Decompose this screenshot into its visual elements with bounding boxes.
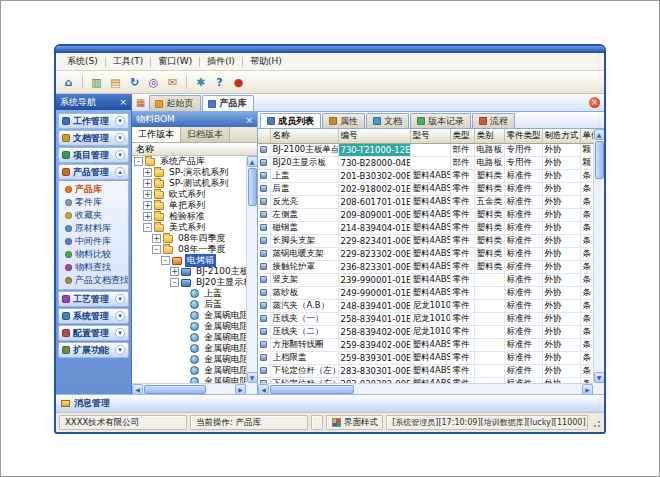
exit-icon[interactable]: ● [230, 74, 247, 91]
scroll-right-icon[interactable]: ▶ [235, 384, 246, 395]
home-icon[interactable]: ⌂ [60, 74, 77, 91]
scroll-right-icon[interactable]: ▶ [582, 384, 593, 395]
sidebar-group-work-mgmt[interactable]: 工作管理 ▾ [58, 113, 129, 129]
tree-node[interactable]: 金属碗电阻器 [132, 376, 246, 383]
sidebar-group-extensions[interactable]: 扩展功能 ▾ [58, 342, 129, 358]
tree-expander-icon[interactable]: - [134, 157, 143, 166]
tab-version-history[interactable]: 版本记录 [410, 113, 471, 128]
resize-grip[interactable] [591, 418, 601, 428]
tree-expander-icon[interactable]: + [143, 212, 152, 221]
menu-window[interactable]: 窗口(W) [151, 53, 199, 70]
table-row[interactable]: 下轮定位杆（左）283-830301-00E塑料4ABS零件标准件外协条 [258, 364, 593, 377]
chevron-down-icon[interactable]: ▾ [115, 150, 125, 160]
ui-style-picker[interactable]: 界面样式 [326, 415, 383, 430]
tab-start-page[interactable]: 起始页 [149, 95, 201, 111]
sidebar-group-project-mgmt[interactable]: 项目管理 ▾ [58, 147, 129, 163]
chevron-down-icon[interactable]: ▾ [115, 311, 125, 321]
scroll-left-icon[interactable]: ◀ [258, 384, 269, 395]
sidebar-item-intermediate-library[interactable]: 中间件库 [65, 235, 128, 248]
column-header[interactable]: 类型 [450, 129, 474, 143]
scrollbar-thumb[interactable] [248, 168, 257, 206]
table-row[interactable]: 方形翻转线圈259-839402-00E塑料4ABS零件标准件外协条 [258, 338, 593, 351]
column-header[interactable]: 型号 [410, 129, 450, 143]
sidebar-group-product-mgmt[interactable]: 产品管理 ▴ [58, 164, 129, 180]
column-header[interactable]: 编号 [338, 129, 410, 143]
sidebar-item-product-library[interactable]: 产品库 [65, 183, 128, 196]
column-header[interactable]: 类别 [474, 129, 504, 143]
menu-tools[interactable]: 工具(T) [106, 53, 151, 70]
table-row[interactable]: 蒸锅电暖支架229-823302-00E塑料4ABS零件塑料类标准件外协条 [258, 247, 593, 260]
settings-icon[interactable]: ✱ [192, 74, 209, 91]
tab-documents[interactable]: 文档 [366, 113, 409, 128]
chevron-down-icon[interactable]: ▾ [115, 328, 125, 338]
tab-menu-icon[interactable]: ▦ [134, 97, 148, 111]
tree-column-header[interactable]: 名称 [132, 143, 257, 156]
table-row[interactable]: 后盖202-918002-01E塑料4ABS零件塑料类标准件外协条 [258, 182, 593, 195]
table-row[interactable]: 蒸纱板249-990001-01E塑料4ABS零件标准件外协条 [258, 286, 593, 299]
menu-help[interactable]: 帮助(H) [243, 53, 289, 70]
table-row[interactable]: 压线夹（二）258-839402-00E尼龙1010零件标准件外协条 [258, 325, 593, 338]
tree-expander-icon[interactable]: + [143, 179, 152, 188]
menu-system[interactable]: 系统(S) [60, 53, 105, 70]
scrollbar-thumb[interactable] [595, 141, 604, 179]
tree-horizontal-scrollbar[interactable]: ◀ ▶ [132, 383, 246, 394]
table-row[interactable]: 竖支架239-990001-01E塑料4ABS零件标准件外协条 [258, 273, 593, 286]
table-row[interactable]: 长脚头支架229-823401-00E塑料4ABS零件塑料类标准件外协条 [258, 234, 593, 247]
column-header[interactable]: 单位 [580, 129, 593, 143]
message-panel-bar[interactable]: 消息管理 [56, 394, 604, 412]
sidebar-item-raw-material-library[interactable]: 原材料库 [65, 222, 128, 235]
sidebar-group-process-mgmt[interactable]: 工艺管理 ▾ [58, 291, 129, 307]
column-header[interactable]: 零件类型 [504, 129, 542, 143]
tab-member-list[interactable]: 成员列表 [260, 113, 321, 128]
table-row[interactable]: 压线夹（一）258-839401-01E尼龙1010零件标准件外协条 [258, 312, 593, 325]
table-horizontal-scrollbar[interactable]: ◀ ▶ [258, 383, 593, 394]
sidebar-item-material-compare[interactable]: 物料比较 [65, 248, 128, 261]
bom-tab-archived-version[interactable]: 归档版本 [181, 127, 230, 142]
table-row[interactable]: 反光亮208-601701-01E塑料4ABS零件五金类标准件外协条 [258, 195, 593, 208]
new-document-icon[interactable]: ▥ [88, 74, 105, 91]
column-header[interactable]: 制造方式 [542, 129, 580, 143]
table-row[interactable]: 蒸汽夹（A.B）248-839401-00E尼龙1010零件标准件外协条 [258, 299, 593, 312]
open-folder-icon[interactable]: ▤ [107, 74, 124, 91]
tab-workflow[interactable]: 流程 [472, 113, 515, 128]
help-icon[interactable]: ? [211, 74, 228, 91]
tree-expander-icon[interactable]: + [143, 190, 152, 199]
column-header[interactable]: 名称 [270, 129, 338, 143]
sidebar-group-config-mgmt[interactable]: 配置管理 ▾ [58, 325, 129, 341]
tree-expander-icon[interactable]: - [143, 223, 152, 232]
tree-node[interactable]: -BJ20主显示板 [132, 277, 246, 288]
scroll-left-icon[interactable]: ◀ [132, 384, 143, 395]
table-row[interactable]: 上盖201-B30302-00E塑料4ABS零件塑料类标准件外协条 [258, 169, 593, 182]
sidebar-item-material-search[interactable]: 物料查找 [65, 261, 128, 274]
tab-close-icon[interactable]: × [589, 97, 600, 108]
message-icon[interactable]: ✉ [164, 74, 181, 91]
tree-expander-icon[interactable]: + [152, 234, 161, 243]
scroll-down-icon[interactable]: ▼ [594, 372, 605, 383]
scrollbar-thumb[interactable] [144, 385, 206, 394]
table-row[interactable]: 磁钢盖214-839404-01E塑料4ABS零件塑料类标准件外协条 [258, 221, 593, 234]
table-vertical-scrollbar[interactable]: ▲ ▼ [593, 129, 604, 383]
sidebar-item-product-doc-search[interactable]: 产品文档查找 [65, 274, 128, 287]
refresh-icon[interactable]: ↻ [126, 74, 143, 91]
sidebar-item-parts-library[interactable]: 零件库 [65, 196, 128, 209]
chevron-down-icon[interactable]: ▾ [115, 345, 125, 355]
tree-expander-icon[interactable]: + [170, 267, 179, 276]
chevron-down-icon[interactable]: ▾ [115, 294, 125, 304]
scroll-up-icon[interactable]: ▲ [247, 156, 258, 167]
sidebar-group-system-mgmt[interactable]: 系统管理 ▾ [58, 308, 129, 324]
table-row[interactable]: BJ20主显示板730-B28000-04E部件电路板专用件外协颗 [258, 156, 593, 169]
chevron-down-icon[interactable]: ▾ [115, 133, 125, 143]
sidebar-item-favorites[interactable]: 收藏夹 [65, 209, 128, 222]
table-row[interactable]: 上档限盖259-839301-00E塑料4ABS零件标准件外协条 [258, 351, 593, 364]
tree-expander-icon[interactable]: - [152, 245, 161, 254]
scroll-down-icon[interactable]: ▼ [247, 372, 258, 383]
chevron-up-icon[interactable]: ▴ [115, 167, 125, 177]
tree-vertical-scrollbar[interactable]: ▲ ▼ [246, 156, 257, 383]
tree-expander-icon[interactable]: - [161, 256, 170, 265]
menu-plugins[interactable]: 插件(I) [200, 53, 242, 70]
chevron-down-icon[interactable]: ▾ [115, 116, 125, 126]
tab-properties[interactable]: 属性 [322, 113, 365, 128]
tree-expander-icon[interactable]: + [143, 201, 152, 210]
scrollbar-thumb[interactable] [270, 385, 354, 394]
tree-node[interactable]: 上盖 [132, 288, 246, 299]
